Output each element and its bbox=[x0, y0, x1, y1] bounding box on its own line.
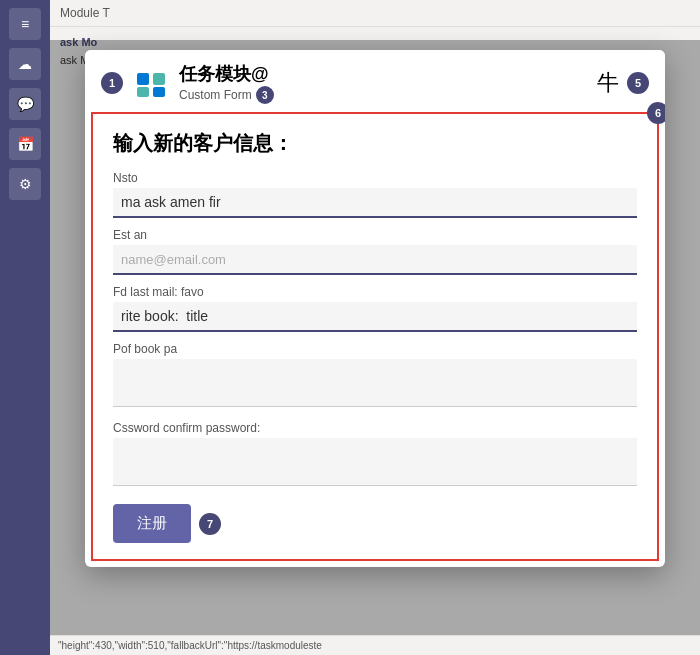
sidebar-icon-2[interactable]: ☁ bbox=[9, 48, 41, 80]
modal-overlay: 1 任务模块@ Custom Form 3 bbox=[50, 40, 700, 650]
submit-row: 注册 7 bbox=[113, 504, 637, 543]
module-header-text: Module T bbox=[60, 6, 110, 20]
svg-rect-2 bbox=[137, 87, 149, 97]
modal-header-left: 1 任务模块@ Custom Form 3 bbox=[101, 62, 274, 104]
step-badge-5: 5 bbox=[627, 72, 649, 94]
modal-right-label: 牛 bbox=[597, 68, 619, 98]
sidebar-icon-3[interactable]: 💬 bbox=[9, 88, 41, 120]
form-heading: 输入新的客户信息： bbox=[113, 130, 637, 157]
svg-rect-3 bbox=[153, 87, 165, 97]
modal-form-body: 6 输入新的客户信息： Nsto Est an Fd last mail: fa… bbox=[91, 112, 659, 561]
modal-subtitle: Custom Form 3 bbox=[179, 86, 274, 104]
modal-title-block: 任务模块@ Custom Form 3 bbox=[179, 62, 274, 104]
sidebar-icon-5[interactable]: ⚙ bbox=[9, 168, 41, 200]
field5-textarea[interactable] bbox=[113, 438, 637, 486]
field1-label: Nsto bbox=[113, 171, 637, 185]
bottom-json: "height":430,"width":510,"fallbackUrl":"… bbox=[50, 635, 700, 655]
field4-textarea[interactable] bbox=[113, 359, 637, 407]
field3-label: Fd last mail: favo bbox=[113, 285, 637, 299]
content-header: Module T bbox=[50, 0, 700, 27]
module-icon bbox=[133, 65, 169, 101]
modal: 1 任务模块@ Custom Form 3 bbox=[85, 50, 665, 567]
subtitle-prefix: Custom Form bbox=[179, 88, 252, 102]
sidebar-icon-1[interactable]: ≡ bbox=[9, 8, 41, 40]
svg-rect-0 bbox=[137, 73, 149, 85]
field5-label: Cssword confirm password: bbox=[113, 421, 637, 435]
field2-label: Est an bbox=[113, 228, 637, 242]
sidebar: ≡ ☁ 💬 📅 ⚙ bbox=[0, 0, 50, 655]
modal-header: 1 任务模块@ Custom Form 3 bbox=[85, 50, 665, 112]
field3-input[interactable] bbox=[113, 302, 637, 332]
field4-label: Pof book pa bbox=[113, 342, 637, 356]
field1-input[interactable] bbox=[113, 188, 637, 218]
step-badge-7: 7 bbox=[199, 513, 221, 535]
step-badge-6: 6 bbox=[647, 102, 665, 124]
field2-input[interactable] bbox=[113, 245, 637, 275]
sidebar-icon-4[interactable]: 📅 bbox=[9, 128, 41, 160]
submit-button[interactable]: 注册 bbox=[113, 504, 191, 543]
step-badge-1: 1 bbox=[101, 72, 123, 94]
step-badge-3: 3 bbox=[256, 86, 274, 104]
modal-title: 任务模块@ bbox=[179, 62, 274, 86]
svg-rect-1 bbox=[153, 73, 165, 85]
